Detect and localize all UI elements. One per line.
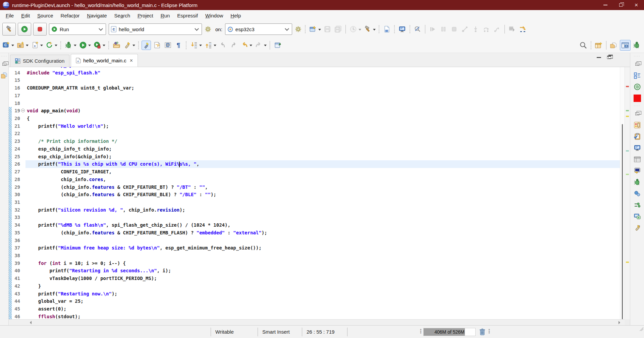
code-line-46[interactable]: 46 fflush(stdout); xyxy=(9,313,620,319)
dropdown-arrow[interactable] xyxy=(264,45,267,48)
code-line-18[interactable]: 18 xyxy=(9,100,620,107)
code-line-17[interactable]: 17 xyxy=(9,92,620,100)
vertical-scrollbar-thumb[interactable] xyxy=(622,124,623,319)
run-button[interactable] xyxy=(18,23,31,36)
target-gear-icon[interactable] xyxy=(294,25,302,33)
garbage-collect-icon[interactable] xyxy=(479,328,486,336)
code-line-29[interactable]: 29 (chip_info.features & CHIP_FEATURE_BT… xyxy=(9,183,620,191)
line-number[interactable]: 30 xyxy=(12,191,21,199)
minimize-view-icon[interactable] xyxy=(597,57,601,58)
code-line-30[interactable]: 30 (chip_info.features & CHIP_FEATURE_BL… xyxy=(9,191,620,199)
code-line-37[interactable]: 37 printf("Minimum free heap size: %d by… xyxy=(9,244,620,252)
menu-item-edit[interactable]: Edit xyxy=(17,11,34,20)
word-wrap-icon[interactable] xyxy=(152,41,162,50)
line-number[interactable]: 38 xyxy=(12,252,21,260)
dropdown-arrow[interactable] xyxy=(103,45,105,48)
show-skipped-lines-icon[interactable] xyxy=(507,24,517,34)
line-number[interactable]: 45 xyxy=(12,305,21,313)
line-number[interactable]: 15 xyxy=(12,76,21,84)
dropdown-arrow[interactable] xyxy=(199,45,202,48)
code-line-36[interactable]: 36 xyxy=(9,237,620,244)
problems-view-icon[interactable] xyxy=(633,121,641,129)
maximize-view-icon[interactable] xyxy=(607,56,611,59)
tab-hello-world-main-c[interactable]: c hello_world_main.c × xyxy=(71,54,138,67)
resize-grip[interactable] xyxy=(639,326,643,331)
line-number[interactable]: 21 xyxy=(12,122,21,130)
line-number[interactable]: 26 xyxy=(12,160,21,168)
code-line-15[interactable]: 15 xyxy=(9,76,620,84)
mark-occurrences-toggle[interactable] xyxy=(142,41,151,50)
line-number[interactable]: 39 xyxy=(12,260,21,267)
new-c-file-icon[interactable]: c xyxy=(30,41,40,50)
drag-handle[interactable]: ●●● xyxy=(488,329,490,334)
line-number[interactable]: 33 xyxy=(12,214,21,221)
line-number[interactable]: 24 xyxy=(12,145,21,153)
horizontal-scrollbar[interactable] xyxy=(9,319,625,325)
line-number[interactable]: 28 xyxy=(12,176,21,183)
build-active-icon[interactable] xyxy=(363,24,372,34)
line-number[interactable]: 44 xyxy=(12,297,21,305)
code-line-31[interactable]: 31 xyxy=(9,199,620,206)
code-line-21[interactable]: 21 printf("Hello world!\n"); xyxy=(9,122,620,130)
dropdown-arrow[interactable] xyxy=(132,45,135,48)
stop-button[interactable] xyxy=(33,23,47,36)
code-line-38[interactable]: 38 xyxy=(9,252,620,260)
collapse-icon[interactable]: − xyxy=(21,109,25,112)
back-history-icon[interactable] xyxy=(239,41,249,50)
debug-history-icon[interactable] xyxy=(348,24,358,34)
save-button[interactable] xyxy=(323,24,332,34)
tasks-view-icon[interactable] xyxy=(633,132,641,140)
launch-config-gear-icon[interactable] xyxy=(204,25,212,33)
debug-bug-view-icon[interactable] xyxy=(633,178,641,186)
line-number[interactable]: 18 xyxy=(12,100,21,107)
code-line-39[interactable]: 39 for (int i = 10; i >= 0; i--) { xyxy=(9,260,620,267)
line-number[interactable]: 37 xyxy=(12,244,21,252)
menu-item-refactor[interactable]: Refactor xyxy=(57,11,84,20)
menu-item-file[interactable]: File xyxy=(2,11,17,20)
terminate-icon[interactable] xyxy=(449,24,459,34)
new-make-target-icon[interactable] xyxy=(45,41,54,50)
vertical-scrollbar[interactable] xyxy=(620,67,625,319)
next-annotation-icon[interactable] xyxy=(189,41,199,50)
code-line-33[interactable]: 33 xyxy=(9,214,620,221)
dropdown-arrow[interactable] xyxy=(88,45,91,48)
code-line-23[interactable]: 23 /* Print chip information */ xyxy=(9,137,620,145)
line-number[interactable]: 40 xyxy=(12,267,21,275)
minimize-button[interactable] xyxy=(598,0,613,10)
restore-pane-icon[interactable] xyxy=(633,110,641,118)
launch-config-combo[interactable]: c hello_world xyxy=(109,23,202,35)
last-edit-back-icon[interactable] xyxy=(218,41,227,50)
dropdown-arrow[interactable] xyxy=(250,45,252,48)
paintbrush-view-icon[interactable] xyxy=(633,224,641,232)
debug-bug-icon[interactable] xyxy=(64,41,73,50)
overview-annotation-mark[interactable] xyxy=(626,150,629,152)
scroll-right-arrow-icon[interactable] xyxy=(619,321,622,324)
show-whitespace-toggle[interactable]: ¶ xyxy=(174,41,183,50)
dropdown-arrow[interactable] xyxy=(40,45,43,48)
c-perspective-icon[interactable]: C xyxy=(620,40,631,51)
code-line-14[interactable]: 14#include "esp_spi_flash.h" xyxy=(9,69,620,77)
menu-item-search[interactable]: Search xyxy=(111,11,134,20)
drag-handle[interactable]: ···· xyxy=(634,105,641,107)
menu-item-window[interactable]: Window xyxy=(202,11,227,20)
dropdown-arrow[interactable] xyxy=(26,45,29,48)
code-line-43[interactable]: 43 printf("Restarting now.\n"); xyxy=(9,290,620,298)
forward-history-icon[interactable] xyxy=(254,41,263,50)
block-selection-icon[interactable] xyxy=(163,41,172,50)
code-line-45[interactable]: 45 assert(0); xyxy=(9,305,620,313)
code-line-27[interactable]: 27 CONFIG_IDF_TARGET, xyxy=(9,168,620,176)
breakpoints-view-icon[interactable] xyxy=(633,201,641,209)
restore-button[interactable] xyxy=(613,0,629,10)
code-line-32[interactable]: 32 printf("silicon revision %d, ", chip_… xyxy=(9,206,620,214)
dropdown-arrow[interactable] xyxy=(373,29,376,32)
menu-item-espressif[interactable]: Espressif xyxy=(173,11,202,20)
resume-icon[interactable] xyxy=(428,24,437,34)
scroll-left-arrow-icon[interactable] xyxy=(28,321,32,324)
line-number[interactable]: 20 xyxy=(12,115,21,122)
line-number[interactable]: 16 xyxy=(12,84,21,92)
menu-item-help[interactable]: Help xyxy=(227,11,245,20)
overview-annotation-mark[interactable] xyxy=(626,262,629,263)
line-number[interactable]: 35 xyxy=(12,229,21,237)
step-into-icon[interactable] xyxy=(471,24,480,34)
line-number[interactable]: 29 xyxy=(12,183,21,191)
